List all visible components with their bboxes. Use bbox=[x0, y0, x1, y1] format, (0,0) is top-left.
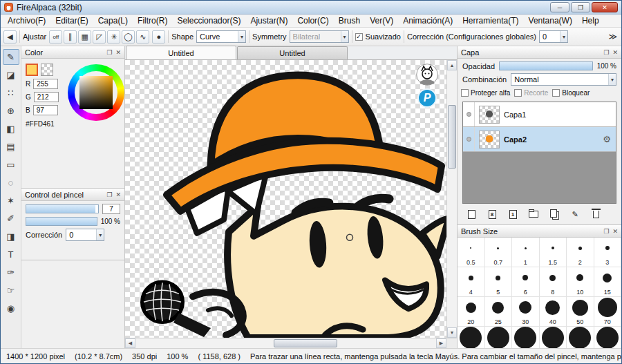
brush-size-2[interactable]: 2 bbox=[567, 238, 594, 267]
menu-herramienta-t[interactable]: Herramienta(T) bbox=[458, 15, 523, 27]
vertical-scroll-thumb[interactable] bbox=[448, 105, 456, 169]
eyedropper-tool[interactable]: ✑ bbox=[3, 265, 19, 280]
blue-value-input[interactable]: 97 bbox=[33, 105, 58, 115]
text-tool[interactable]: T bbox=[3, 247, 19, 262]
close-panel-icon[interactable]: ✕ bbox=[115, 49, 121, 56]
brush-dot-icon[interactable]: ● bbox=[152, 30, 165, 44]
menu-color-c[interactable]: Color(C) bbox=[292, 15, 333, 27]
horizontal-scroll-track[interactable] bbox=[135, 338, 436, 348]
brush-size-0.7[interactable]: 0.7 bbox=[485, 238, 513, 267]
brush-size-4[interactable]: 4 bbox=[458, 267, 485, 297]
lasso-tool[interactable]: ◌ bbox=[3, 175, 19, 191]
new-folder-button[interactable] bbox=[526, 208, 541, 220]
close-panel-icon[interactable]: ✕ bbox=[115, 191, 121, 198]
snap-crisscross-button[interactable]: ▦ bbox=[78, 30, 91, 44]
close-panel-icon[interactable]: ✕ bbox=[612, 228, 618, 235]
brush-size-8[interactable]: 8 bbox=[540, 267, 567, 297]
brush-size-15[interactable]: 15 bbox=[594, 267, 622, 297]
scroll-up-icon[interactable]: ▲ bbox=[447, 60, 457, 70]
horizontal-scrollbar[interactable]: ◀ ▶ bbox=[125, 338, 457, 348]
brush-opacity-slider[interactable] bbox=[26, 217, 97, 226]
symmetry-select[interactable]: Bilateral ▾ bbox=[290, 30, 349, 43]
menu-ver-v[interactable]: Ver(V) bbox=[365, 15, 398, 27]
duplicate-layer-button[interactable] bbox=[547, 208, 562, 220]
menu-ajustar-n[interactable]: Ajustar(N) bbox=[245, 15, 292, 27]
new-8bit-layer-button[interactable]: 8 bbox=[484, 208, 500, 220]
scroll-right-icon[interactable]: ▶ bbox=[436, 338, 446, 348]
vertical-scroll-track[interactable] bbox=[447, 70, 457, 327]
float-panel-icon[interactable]: ❐ bbox=[603, 228, 609, 235]
new-1bit-layer-button[interactable]: 1 bbox=[505, 208, 520, 220]
layer-row-capa2[interactable]: Capa2 ⚙ bbox=[463, 127, 616, 152]
brush-size-1[interactable]: 1 bbox=[512, 238, 540, 267]
select-pen-tool[interactable]: ✐ bbox=[3, 211, 19, 227]
magic-wand-tool[interactable]: ✶ bbox=[3, 193, 19, 209]
menu-editar-e[interactable]: Editar(E) bbox=[50, 15, 93, 27]
new-layer-button[interactable] bbox=[464, 208, 479, 220]
brush-size-70[interactable]: 70 bbox=[594, 297, 622, 327]
brush-size-value[interactable]: 7 bbox=[102, 204, 120, 214]
horizontal-scroll-thumb[interactable] bbox=[274, 339, 337, 347]
shape-select[interactable]: Curve ▾ bbox=[196, 30, 246, 43]
brush-size-10[interactable]: 10 bbox=[567, 267, 594, 297]
zoom-tool[interactable]: ◉ bbox=[3, 300, 19, 316]
snap-radial-button[interactable]: ✳ bbox=[107, 30, 120, 44]
color-panel-header[interactable]: Color ❐ ✕ bbox=[21, 46, 124, 59]
correccion-select[interactable]: 0 ▾ bbox=[539, 30, 568, 43]
saturation-value-square[interactable] bbox=[79, 76, 113, 109]
pen-tool[interactable]: ✎ bbox=[3, 49, 19, 65]
gradient-tool[interactable]: ▤ bbox=[3, 139, 19, 155]
brush-size-100[interactable]: 100 bbox=[458, 327, 485, 348]
brush-size-300[interactable]: 300 bbox=[567, 327, 594, 348]
brush-size-200[interactable]: 200 bbox=[512, 327, 540, 348]
brush-size-250[interactable]: 250 bbox=[540, 327, 567, 348]
brush-size-150[interactable]: 150 bbox=[485, 327, 513, 348]
drawing-canvas[interactable]: P bbox=[125, 60, 446, 338]
layer-visibility-icon[interactable] bbox=[463, 127, 475, 151]
select-eraser-tool[interactable]: ◨ bbox=[3, 229, 19, 245]
move-tool[interactable]: ⊕ bbox=[3, 103, 19, 119]
delete-layer-button[interactable] bbox=[588, 208, 603, 220]
scroll-left-icon[interactable]: ◀ bbox=[125, 338, 135, 348]
layer-row-capa1[interactable]: Capa1 bbox=[463, 102, 616, 127]
document-tab-2[interactable]: Untitled bbox=[237, 46, 348, 59]
brush-size-panel-header[interactable]: Brush Size ❐ ✕ bbox=[458, 225, 621, 238]
brush-size-50[interactable]: 50 bbox=[567, 297, 594, 327]
brush-size-5[interactable]: 5 bbox=[485, 267, 513, 297]
panel-collapse-button[interactable]: ◀ bbox=[3, 30, 17, 44]
brush-size-3[interactable]: 3 bbox=[594, 238, 622, 267]
foreground-color-swatch[interactable] bbox=[26, 64, 38, 76]
menu-ventana-w[interactable]: Ventana(W) bbox=[524, 15, 577, 27]
snap-vanishing-point-button[interactable]: ◸ bbox=[93, 30, 106, 44]
close-button[interactable]: ✕ bbox=[592, 2, 618, 12]
brush-size-slider[interactable] bbox=[26, 204, 99, 213]
brush-control-panel-header[interactable]: Control del pincel ❐ ✕ bbox=[21, 189, 124, 201]
close-panel-icon[interactable]: ✕ bbox=[612, 49, 618, 56]
suavizado-checkbox[interactable]: ✓ bbox=[355, 33, 363, 41]
menu-filtro-r[interactable]: Filtro(R) bbox=[133, 15, 172, 27]
snap-parallel-button[interactable]: ∥ bbox=[64, 30, 77, 44]
menu-animaci-n-a[interactable]: Animación(A) bbox=[398, 15, 458, 27]
vertical-scrollbar[interactable]: ▲ ▼ bbox=[446, 60, 457, 338]
green-value-input[interactable]: 212 bbox=[34, 92, 59, 102]
layer-panel-header[interactable]: Capa ❐ ✕ bbox=[458, 46, 621, 59]
transparent-color-swatch[interactable] bbox=[41, 64, 53, 76]
float-panel-icon[interactable]: ❐ bbox=[603, 49, 609, 56]
menu-help[interactable]: Help bbox=[577, 15, 604, 27]
bucket-tool[interactable]: ◧ bbox=[3, 121, 19, 137]
menu-capa-l[interactable]: Capa(L) bbox=[93, 15, 133, 27]
blend-mode-select[interactable]: Normal ▾ bbox=[511, 73, 616, 86]
window-titlebar[interactable]: FireAlpaca (32bit) ─ ❐ ✕ bbox=[1, 1, 621, 15]
correccion-panel-select[interactable]: 0 ▾ bbox=[66, 229, 104, 241]
clipping-checkbox[interactable] bbox=[514, 89, 522, 97]
layer-settings-gear-icon[interactable]: ⚙ bbox=[603, 134, 611, 144]
layer-visibility-icon[interactable] bbox=[463, 102, 475, 126]
lock-checkbox[interactable] bbox=[552, 89, 560, 97]
toolbar-overflow-chevron[interactable]: ≫ bbox=[608, 32, 619, 41]
finger-tool[interactable]: ∷ bbox=[3, 85, 19, 101]
snap-ellipse-button[interactable]: ◯ bbox=[122, 30, 135, 44]
merge-layer-button[interactable]: ✎ bbox=[567, 208, 583, 220]
snap-curve-button[interactable]: ∿ bbox=[136, 30, 149, 44]
float-panel-icon[interactable]: ❐ bbox=[106, 191, 112, 198]
eraser-tool[interactable]: ◪ bbox=[3, 67, 19, 83]
